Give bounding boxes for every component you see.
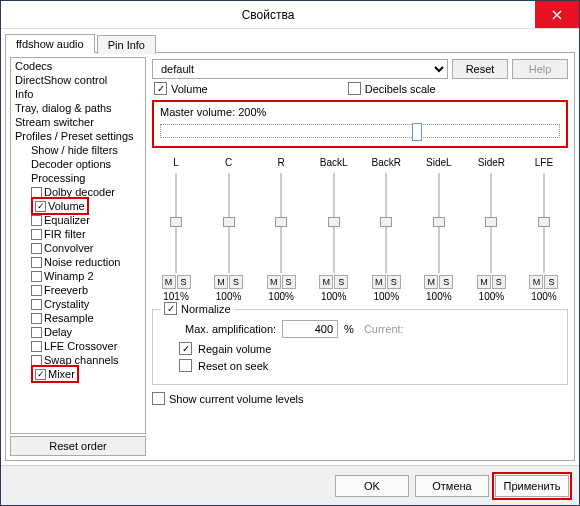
tree-item[interactable]: Tray, dialog & paths [11,101,145,115]
slider-thumb[interactable] [223,217,235,227]
channel-slider[interactable] [220,173,238,273]
tree-item[interactable]: Profiles / Preset settings [11,129,145,143]
master-volume-slider[interactable] [160,124,560,138]
channel-slider[interactable] [272,173,290,273]
checkbox-icon [152,392,165,405]
tree-item[interactable]: ✓Volume [11,199,145,213]
tree-item[interactable]: Stream switcher [11,115,145,129]
slider-thumb[interactable] [412,123,422,141]
window: Свойства ffdshow audio Pin Info CodecsDi… [0,0,580,506]
channel-slider[interactable] [167,173,185,273]
master-volume-label: Master volume: 200% [160,106,560,118]
reset-order-button[interactable]: Reset order [10,436,146,456]
slider-thumb[interactable] [380,217,392,227]
settings-tree[interactable]: CodecsDirectShow controlInfoTray, dialog… [10,57,146,434]
checkbox-icon [31,271,42,282]
channel-lfe: LFE M S 100% [522,157,566,302]
checkbox-icon [31,341,42,352]
checkbox-icon [31,313,42,324]
slider-thumb[interactable] [170,217,182,227]
solo-button[interactable]: S [334,275,348,289]
cancel-button[interactable]: Отмена [415,475,489,497]
checkbox-icon [31,327,42,338]
decibels-checkbox[interactable]: Decibels scale [348,82,436,95]
channel-sider: SideR M S 100% [469,157,513,302]
checkbox-icon: ✓ [179,342,192,355]
solo-button[interactable]: S [282,275,296,289]
solo-button[interactable]: S [387,275,401,289]
slider-thumb[interactable] [538,217,550,227]
channel-slider[interactable] [482,173,500,273]
slider-thumb[interactable] [485,217,497,227]
channel-backr: BackR M S 100% [364,157,408,302]
checkbox-icon: ✓ [35,369,46,380]
master-volume-group: Master volume: 200% [152,100,568,148]
tab-pin-info[interactable]: Pin Info [97,35,156,54]
reset-button[interactable]: Reset [452,59,508,79]
mute-button[interactable]: M [214,275,228,289]
mute-button[interactable]: M [529,275,543,289]
regain-checkbox[interactable]: ✓ Regain volume [179,342,559,355]
solo-button[interactable]: S [439,275,453,289]
reset-seek-checkbox[interactable]: Reset on seek [179,359,559,372]
channel-slider[interactable] [535,173,553,273]
checkbox-icon [31,229,42,240]
tree-item[interactable]: Delay [11,325,145,339]
mute-button[interactable]: M [372,275,386,289]
tree-item[interactable]: Crystality [11,297,145,311]
ok-button[interactable]: OK [335,475,409,497]
tab-bar: ffdshow audio Pin Info [1,29,579,52]
tree-item[interactable]: Codecs [11,59,145,73]
checkbox-icon [179,359,192,372]
tree-item[interactable]: Decoder options [11,157,145,171]
solo-button[interactable]: S [177,275,191,289]
preset-select[interactable]: default [152,59,448,79]
titlebar: Свойства [1,1,579,29]
tree-item[interactable]: Show / hide filters [11,143,145,157]
content: CodecsDirectShow controlInfoTray, dialog… [5,52,575,461]
checkbox-icon [31,257,42,268]
help-button[interactable]: Help [512,59,568,79]
current-label: Current: [364,323,404,335]
mute-button[interactable]: M [477,275,491,289]
tab-ffdshow-audio[interactable]: ffdshow audio [5,34,95,53]
normalize-checkbox[interactable]: ✓ [164,302,177,315]
solo-button[interactable]: S [229,275,243,289]
tree-item[interactable]: Equalizer [11,213,145,227]
normalize-group: ✓ Normalize Max. amplification: % Curren… [152,309,568,385]
checkbox-icon [31,215,42,226]
slider-thumb[interactable] [275,217,287,227]
volume-checkbox[interactable]: ✓ Volume [154,82,208,95]
tree-item[interactable]: Processing [11,171,145,185]
apply-button[interactable]: Применить [495,475,569,497]
close-button[interactable] [535,1,579,28]
tree-item[interactable]: ✓Mixer [11,367,145,381]
checkbox-icon: ✓ [35,201,46,212]
slider-thumb[interactable] [433,217,445,227]
tree-item[interactable]: Noise reduction [11,255,145,269]
max-amp-input[interactable] [282,320,338,338]
solo-button[interactable]: S [544,275,558,289]
close-icon [552,10,562,20]
mute-button[interactable]: M [162,275,176,289]
tree-item[interactable]: FIR filter [11,227,145,241]
tree-item[interactable]: DirectShow control [11,73,145,87]
channel-c: C M S 100% [207,157,251,302]
channel-slider[interactable] [430,173,448,273]
channel-slider[interactable] [325,173,343,273]
slider-thumb[interactable] [328,217,340,227]
tree-item[interactable]: Resample [11,311,145,325]
solo-button[interactable]: S [492,275,506,289]
mute-button[interactable]: M [319,275,333,289]
mute-button[interactable]: M [424,275,438,289]
tree-item[interactable]: Info [11,87,145,101]
max-amp-label: Max. amplification: [185,323,276,335]
mute-button[interactable]: M [267,275,281,289]
tree-item[interactable]: Freeverb [11,283,145,297]
tree-item[interactable]: Winamp 2 [11,269,145,283]
footer: OK Отмена Применить [1,465,579,505]
tree-item[interactable]: Convolver [11,241,145,255]
tree-item[interactable]: LFE Crossover [11,339,145,353]
channel-slider[interactable] [377,173,395,273]
show-levels-checkbox[interactable]: Show current volume levels [152,392,568,405]
